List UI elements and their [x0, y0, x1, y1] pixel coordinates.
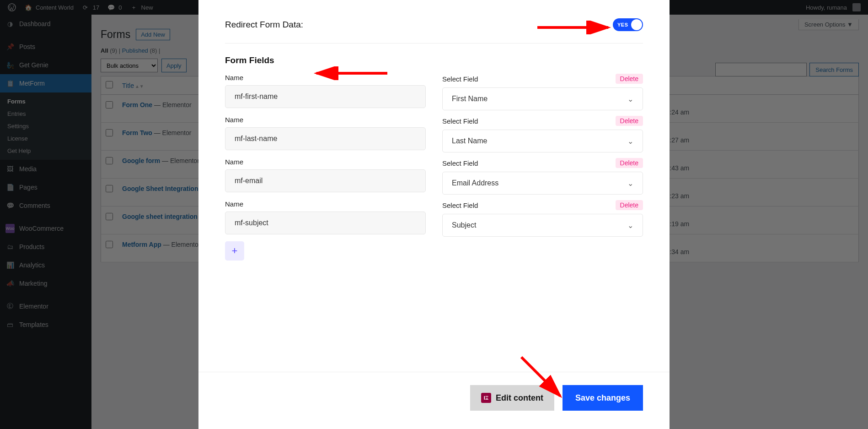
edit-content-button[interactable]: IΞEdit content [470, 385, 554, 411]
field-select-dropdown[interactable]: First Name⌄ [442, 87, 643, 110]
field-name-input[interactable] [225, 169, 426, 192]
field-name-label: Name [225, 116, 243, 124]
toggle-knob [631, 19, 642, 30]
field-select-label: Select Field [442, 117, 478, 125]
field-name-input[interactable] [225, 212, 426, 234]
chevron-down-icon: ⌄ [627, 137, 633, 146]
field-name-label: Name [225, 74, 243, 81]
delete-field-button[interactable]: Delete [616, 158, 643, 168]
field-name-input[interactable] [225, 85, 426, 108]
delete-field-button[interactable]: Delete [616, 74, 643, 84]
delete-field-button[interactable]: Delete [616, 116, 643, 126]
form-fields-title: Form Fields [225, 55, 643, 65]
field-select-label: Select Field [442, 159, 478, 167]
selected-value: First Name [452, 95, 488, 103]
field-select-dropdown[interactable]: Subject⌄ [442, 214, 643, 237]
toggle-text: YES [617, 22, 628, 27]
field-name-label: Name [225, 158, 243, 166]
field-row: Name Select FieldDelete Last Name⌄ [225, 116, 643, 152]
field-row: Name Select FieldDelete Email Address⌄ [225, 158, 643, 195]
chevron-down-icon: ⌄ [627, 95, 633, 103]
field-select-dropdown[interactable]: Last Name⌄ [442, 130, 643, 152]
add-field-button[interactable]: + [225, 241, 244, 261]
form-settings-modal: Redirect Form Data: YES Form Fields Name… [198, 0, 670, 429]
field-name-input[interactable] [225, 127, 426, 150]
redirect-form-data-label: Redirect Form Data: [225, 20, 303, 30]
redirect-toggle[interactable]: YES [613, 18, 643, 31]
save-changes-button[interactable]: Save changes [563, 385, 643, 411]
selected-value: Email Address [452, 179, 498, 187]
field-select-label: Select Field [442, 201, 478, 209]
field-name-label: Name [225, 200, 243, 208]
field-row: Name Select FieldDelete Subject⌄ [225, 200, 643, 237]
delete-field-button[interactable]: Delete [616, 200, 643, 210]
field-select-dropdown[interactable]: Email Address⌄ [442, 172, 643, 195]
selected-value: Subject [452, 221, 476, 229]
selected-value: Last Name [452, 137, 487, 145]
field-row: Name Select FieldDelete First Name⌄ [225, 74, 643, 110]
chevron-down-icon: ⌄ [627, 221, 633, 230]
chevron-down-icon: ⌄ [627, 179, 633, 188]
field-select-label: Select Field [442, 75, 478, 83]
elementor-logo-icon: IΞ [481, 393, 491, 403]
